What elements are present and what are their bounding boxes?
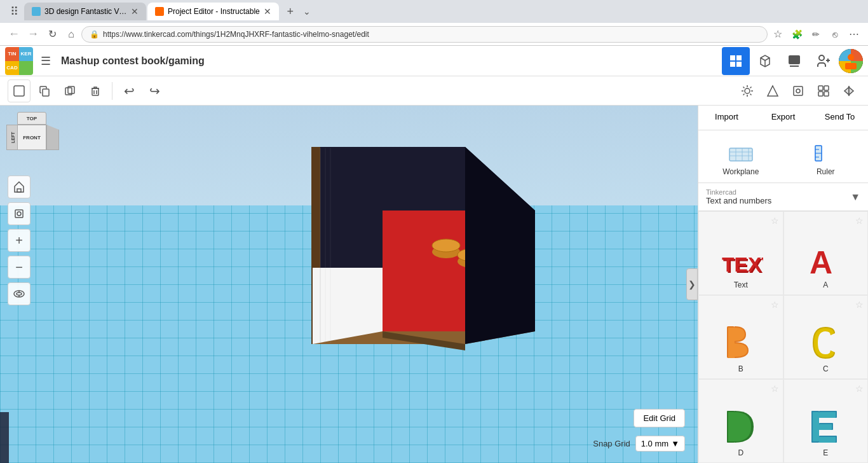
align-icon — [792, 85, 804, 97]
svg-line-5 — [765, 58, 770, 60]
grid-view-btn[interactable] — [722, 47, 750, 75]
edit-grid-btn[interactable]: Edit Grid — [634, 409, 685, 427]
shape-e-star[interactable]: ☆ — [855, 384, 864, 394]
logo-ker: KER — [19, 47, 33, 61]
library-info: Tinkercad Text and numbers — [706, 188, 771, 205]
svg-marker-57 — [313, 268, 383, 344]
new-shape-btn[interactable] — [8, 79, 31, 102]
shape-d-label: D — [738, 448, 743, 457]
viewport[interactable]: TOP LEFT FRONT + − — [0, 106, 698, 463]
back-btn[interactable]: ← — [5, 25, 23, 43]
shape-a-label: A — [823, 280, 828, 289]
gallery-btn[interactable] — [780, 47, 808, 75]
fit-view-btn[interactable] — [8, 202, 31, 225]
address-bar[interactable]: 🔒 https://www.tinkercad.com/things/1H2Mn… — [81, 26, 768, 43]
tab-send-to[interactable]: Send To — [811, 106, 868, 130]
shape-b-star[interactable]: ☆ — [771, 300, 779, 310]
home-view-btn[interactable] — [8, 176, 31, 198]
add-user-btn[interactable] — [810, 47, 837, 75]
new-tab-btn[interactable]: + — [281, 3, 299, 20]
tab-1-close[interactable]: ✕ — [131, 6, 139, 17]
group-icon — [817, 85, 830, 97]
more-btn[interactable]: ⋯ — [845, 25, 863, 43]
library-header[interactable]: Tinkercad Text and numbers ▼ — [698, 183, 868, 211]
3d-model — [154, 134, 560, 401]
shape-item-e[interactable]: ☆ E — [783, 379, 869, 463]
extensions-btn[interactable]: 🧩 — [788, 25, 806, 43]
svg-text:TEXT: TEXT — [722, 253, 763, 276]
duplicate-btn[interactable] — [58, 79, 81, 102]
svg-rect-68 — [729, 148, 752, 161]
shape-item-c[interactable]: ☆ C — [783, 295, 869, 379]
delete-btn[interactable] — [84, 79, 107, 102]
shape-e-label: E — [823, 448, 828, 457]
shape-btn[interactable] — [751, 47, 779, 75]
panel-collapse-btn[interactable]: ❯ — [686, 268, 698, 300]
view-cube[interactable]: TOP LEFT FRONT — [6, 112, 57, 163]
group-btn[interactable] — [812, 79, 835, 102]
svg-rect-19 — [14, 86, 24, 96]
shape-item-b[interactable]: ☆ B — [698, 295, 783, 379]
svg-rect-41 — [824, 92, 829, 96]
shape-item-d[interactable]: ☆ D — [698, 379, 783, 463]
tab-1-title: 3D design Fantastic Vihe... — [44, 7, 127, 16]
shape-c-icon — [806, 324, 844, 362]
logo-tin: TIN — [5, 47, 19, 61]
panel-tabs: Import Export Send To — [698, 106, 868, 130]
zoom-out-btn[interactable]: − — [8, 256, 31, 279]
shape-item-a[interactable]: ☆ A A — [783, 211, 869, 295]
shape-c-star[interactable]: ☆ — [855, 300, 864, 310]
tab-1[interactable]: 3D design Fantastic Vihe... ✕ — [24, 3, 146, 20]
copy-btn[interactable] — [33, 79, 56, 102]
browser-menu-btn[interactable]: ⠿ — [5, 3, 23, 20]
user-avatar[interactable] — [839, 49, 863, 73]
shape-a-star[interactable]: ☆ — [855, 216, 864, 226]
home-btn[interactable]: ⌂ — [62, 25, 80, 43]
svg-rect-83 — [728, 412, 735, 441]
reload-btn[interactable]: ↻ — [43, 25, 61, 43]
shape-b-label: B — [738, 364, 743, 373]
forward-btn[interactable]: → — [24, 25, 42, 43]
shape-text-star[interactable]: ☆ — [771, 216, 779, 226]
shape-d-icon — [722, 408, 760, 446]
shape-tools-btn[interactable] — [761, 79, 784, 102]
shape-d-star[interactable]: ☆ — [771, 384, 779, 394]
pen-btn[interactable]: ✏ — [807, 25, 825, 43]
tab-2[interactable]: Project Editor - Instructable ✕ — [147, 3, 279, 20]
snap-grid-label: Snap Grid — [593, 439, 630, 448]
home-3d-icon — [13, 181, 25, 193]
light-btn[interactable] — [736, 79, 759, 102]
toolbar: ↩ ↪ — [0, 76, 868, 106]
svg-rect-45 — [17, 189, 21, 192]
align-btn[interactable] — [787, 79, 810, 102]
share-btn[interactable]: ⎋ — [826, 25, 844, 43]
tab-2-close[interactable]: ✕ — [264, 6, 271, 17]
shape-text-icon: TEXT — [719, 243, 763, 278]
snap-grid-select[interactable]: 1.0 mm ▼ — [635, 436, 685, 452]
shape-item-text[interactable]: ☆ TEXT Text — [698, 211, 783, 295]
svg-point-26 — [745, 88, 750, 93]
ruler-btn[interactable]: Ruler — [783, 130, 869, 183]
tab-import[interactable]: Import — [698, 106, 755, 130]
tab-list-btn[interactable]: ⌄ — [301, 6, 313, 17]
bookmark-btn[interactable]: ☆ — [769, 25, 787, 43]
zoom-in-btn[interactable]: + — [8, 229, 31, 252]
address-text: https://www.tinkercad.com/things/1H2MnqJ… — [103, 30, 369, 39]
toolbar-sep-1 — [112, 82, 112, 100]
nav-bar: ← → ↻ ⌂ 🔒 https://www.tinkercad.com/thin… — [0, 23, 868, 46]
hamburger-btn[interactable]: ☰ — [36, 51, 56, 71]
grid-icon — [729, 54, 743, 68]
main-area: TOP LEFT FRONT + − — [0, 106, 868, 463]
shape-a-icon: A — [806, 243, 844, 278]
mirror-btn[interactable] — [837, 79, 860, 102]
tab-export[interactable]: Export — [755, 106, 811, 130]
perspective-btn[interactable] — [8, 282, 31, 305]
shape-c-label: C — [823, 364, 829, 373]
cube-front-face: FRONT — [17, 125, 46, 150]
workplane-btn[interactable]: Workplane — [698, 130, 783, 183]
light-icon — [741, 85, 754, 97]
redo-btn[interactable]: ↪ — [143, 79, 166, 102]
undo-btn[interactable]: ↩ — [118, 79, 140, 102]
svg-line-31 — [743, 86, 745, 88]
tinkercad-logo[interactable]: TIN KER CAD — [5, 47, 33, 75]
